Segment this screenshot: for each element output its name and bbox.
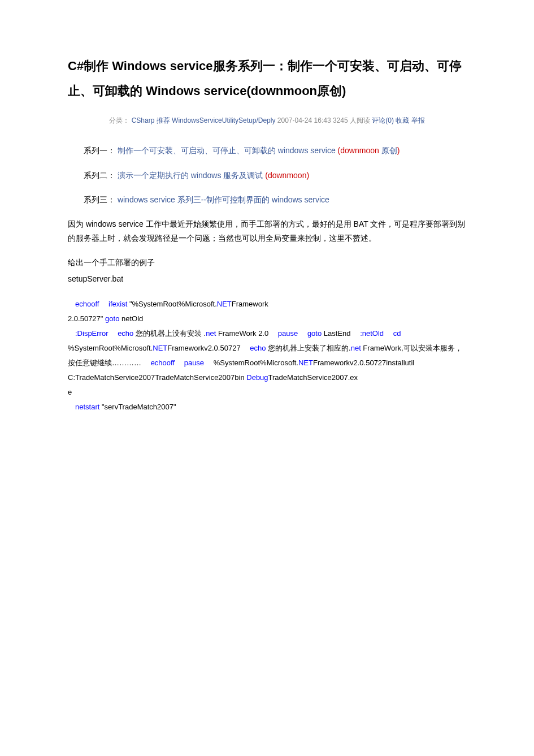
series1-prefix: 系列一：: [84, 146, 115, 155]
series2-line: 系列二： 演示一个定期执行的 windows 服务及调试 (downmoon): [68, 169, 466, 183]
kw-net: net: [206, 329, 216, 338]
category-label: 分类：: [109, 116, 129, 124]
filename-label: setupServer.bat: [68, 272, 466, 286]
code-text: Frameworkv2.0.50727: [167, 344, 240, 352]
article-title: C#制作 Windows service服务系列一：制作一个可安装、可启动、可停…: [68, 54, 466, 103]
series2-close: ): [306, 171, 309, 180]
series1-orig: 原创: [379, 146, 397, 155]
read-count: 3245 人阅读: [333, 116, 370, 124]
code-block: echooff ifexist "%SystemRoot%Microsoft.N…: [68, 297, 466, 414]
report-link[interactable]: 举报: [411, 116, 425, 124]
series2-downmoon: downmoon: [268, 171, 307, 180]
kw-echo: echo: [75, 300, 91, 308]
paragraph-intro: 因为 windows service 工作中最近开始频繁使用，而手工部署的方式，…: [68, 217, 466, 245]
code-text: 2.0.50727": [68, 314, 105, 323]
code-text: Framework: [232, 300, 268, 308]
label-netold: :netOld: [360, 329, 384, 338]
kw-goto: goto: [105, 314, 119, 323]
code-text: C:TradeMatchService2007TradeMatchService…: [68, 373, 246, 382]
code-text: %SystemRoot%Microsoft.: [68, 344, 153, 352]
code-text: e: [68, 388, 72, 396]
code-text: "%SystemRoot%Microsoft.: [127, 300, 217, 308]
kw-echo: echo: [151, 358, 167, 367]
code-text: "servTradeMatch2007": [99, 403, 176, 411]
series3-link[interactable]: windows service 系列三--制作可控制界面的 windows se…: [118, 195, 329, 204]
series3-prefix: 系列三：: [84, 195, 115, 204]
code-text: 您的机器上没有安装 .: [133, 329, 206, 338]
code-text: Frameworkv2.0.50727installutil: [313, 358, 414, 367]
publish-date: 2007-04-24 16:43: [277, 116, 331, 124]
series1-close: ): [397, 146, 400, 155]
series1-link[interactable]: 制作一个可安装、可启动、可停止、可卸载的 windows service: [118, 146, 336, 155]
kw-echo: echo: [250, 344, 266, 352]
paragraph-example-intro: 给出一个手工部署的例子: [68, 256, 466, 270]
kw-off: off: [167, 358, 175, 367]
series2-prefix: 系列二：: [84, 171, 115, 180]
favorite-link[interactable]: 收藏: [396, 116, 409, 124]
meta-line: 分类： CSharp 推荐 WindowsServiceUtilitySetup…: [68, 115, 466, 127]
kw-net: NET: [217, 300, 232, 308]
kw-cd: cd: [393, 329, 401, 338]
kw-off: off: [91, 300, 99, 308]
kw-pause: pause: [278, 329, 298, 338]
category-link[interactable]: CSharp 推荐 WindowsServiceUtilitySetup/Dep…: [132, 116, 276, 124]
kw-goto: goto: [307, 329, 322, 338]
kw-echo: echo: [118, 329, 133, 338]
kw-exist: exist: [112, 300, 128, 308]
kw-net: NET: [298, 358, 313, 367]
kw-start: start: [85, 403, 99, 411]
kw-net: net: [75, 403, 85, 411]
code-text: 您的机器上安装了相应的.: [266, 344, 350, 352]
label-disperror: :DispError: [75, 329, 108, 338]
series1-line: 系列一： 制作一个可安装、可启动、可停止、可卸载的 windows servic…: [68, 144, 466, 158]
series2-link[interactable]: 演示一个定期执行的 windows 服务及调试: [118, 171, 263, 180]
series3-line: 系列三： windows service 系列三--制作可控制界面的 windo…: [68, 193, 466, 207]
code-text: %SystemRoot%Microsoft.: [214, 358, 298, 367]
comments-link[interactable]: 评论(0): [372, 116, 394, 124]
kw-pause: pause: [184, 358, 204, 367]
kw-net: NET: [153, 344, 167, 352]
code-text: TradeMatchService2007.ex: [268, 373, 358, 382]
kw-net: net: [351, 344, 361, 352]
code-text: netOld: [119, 314, 143, 323]
kw-debug: Debug: [246, 373, 268, 382]
code-text: LastEnd: [322, 329, 350, 338]
code-text: FrameWork 2.0: [216, 329, 268, 338]
series1-downmoon: downmoon: [340, 146, 379, 155]
